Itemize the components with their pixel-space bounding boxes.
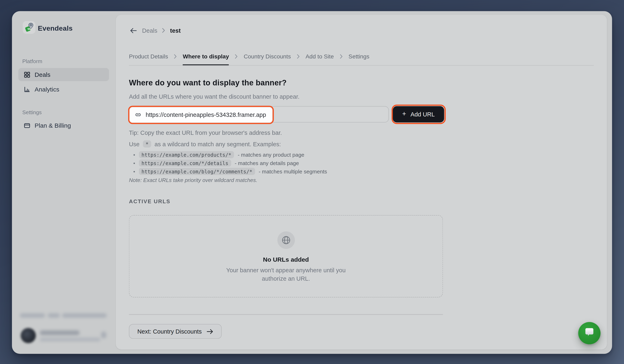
next-button-label: Next: Country Discounts [137,328,202,335]
chevron-right-icon [340,54,343,59]
chat-bubble-icon [583,328,595,339]
empty-body-line1: Your banner won't appear anywhere until … [226,267,346,273]
empty-body-line2: authorize an URL. [262,275,310,282]
example-code: https://example.com/blog/*/comments/* [139,168,255,175]
bullet: • [133,168,135,174]
highlight-annotation-url-input: https://content-pineapples-534328.framer… [128,106,274,124]
globe-icon-circle [277,231,295,249]
arrow-right-icon [207,329,213,334]
example-code: https://example.com/*/details [139,160,231,167]
redacted-chevron-icon [101,332,106,338]
tabs-divider [129,65,594,65]
bar-chart-icon [24,86,30,92]
redacted-text [20,313,45,318]
sidebar-item-plan-billing[interactable]: Plan & Billing [18,119,109,132]
page-title: Where do you want to display the banner? [129,78,287,87]
active-urls-empty-state: No URLs added Your banner won't appear a… [129,215,443,297]
wildcard-example: • https://example.com/blog/*/comments/* … [133,168,327,175]
tab-settings[interactable]: Settings [349,53,369,60]
breadcrumb: Deals test [130,27,181,34]
wildcard-post: as a wildcard to match any segment. Exam… [155,141,281,147]
back-arrow-icon[interactable] [130,27,137,33]
add-url-button[interactable]: + Add URL [393,106,444,122]
example-desc: - matches multiple segments [259,168,327,174]
app-window: % Evendeals Platform [12,11,612,354]
tab-add-to-site[interactable]: Add to Site [306,53,334,60]
app-logo-icon: % [23,21,35,34]
sidebar-item-label: Analytics [35,86,59,93]
app-title: Evendeals [38,24,73,33]
chevron-right-icon [235,54,238,59]
tab-where-to-display[interactable]: Where to display [183,53,229,60]
breadcrumb-current: test [170,27,181,34]
wildcard-pre: Use [129,141,140,147]
avatar [21,328,36,343]
example-desc: - matches any product page [238,152,304,158]
screen: % Evendeals Platform [0,0,624,364]
tab-product-details[interactable]: Product Details [129,53,168,60]
empty-state-title: No URLs added [263,256,309,263]
tip-text: Tip: Copy the exact URL from your browse… [129,129,282,136]
sidebar-section-platform: Platform [22,58,42,64]
grid-icon [24,71,30,78]
main-panel: Deals test Product Details Where to disp… [116,15,607,349]
bullet: • [133,160,135,166]
redacted-text [62,313,107,318]
breadcrumb-parent[interactable]: Deals [142,27,157,34]
example-desc: - matches any details page [235,160,299,166]
tab-country-discounts[interactable]: Country Discounts [244,53,291,60]
sidebar-item-analytics[interactable]: Analytics [18,83,109,96]
redacted-user-name [40,330,80,335]
example-code: https://example.com/products/* [139,151,234,158]
chevron-right-icon [174,54,177,59]
chat-widget-button[interactable] [578,322,600,344]
next-country-discounts-button[interactable]: Next: Country Discounts [129,324,222,339]
wildcard-intro: Use * as a wildcard to match any segment… [129,140,281,147]
plus-icon: + [402,110,406,118]
link-icon [134,111,142,118]
wildcard-example: • https://example.com/*/details - matche… [133,160,299,167]
add-url-button-label: Add URL [411,111,435,118]
wildcard-example: • https://example.com/products/* - match… [133,151,304,158]
active-urls-header: ACTIVE URLS [129,198,171,204]
url-input-value: https://content-pineapples-534328.framer… [146,111,266,118]
sidebar-item-label: Deals [35,71,50,78]
section-divider [129,314,443,315]
page-subtitle: Add all the URLs where you want the disc… [129,93,300,100]
chevron-right-icon [297,54,300,59]
note-text: Note: Exact URLs take priority over wild… [129,177,258,183]
wildcard-code: * [143,140,151,147]
sidebar-item-deals[interactable]: Deals [18,68,109,81]
credit-card-icon [24,122,30,129]
sidebar: % Evendeals Platform [12,11,116,354]
chevron-right-icon [162,28,165,33]
bullet: • [133,152,135,158]
empty-state-body: Your banner won't appear anywhere until … [226,266,346,283]
globe-icon [281,235,291,245]
step-tabs: Product Details Where to display Country… [129,53,369,60]
url-input[interactable]: https://content-pineapples-534328.framer… [129,106,389,122]
redacted-user-email [40,338,100,341]
redacted-text [48,313,60,318]
sidebar-item-label: Plan & Billing [35,122,71,129]
sidebar-section-settings: Settings [22,109,42,115]
add-url-button-wrap: + Add URL [393,106,444,122]
